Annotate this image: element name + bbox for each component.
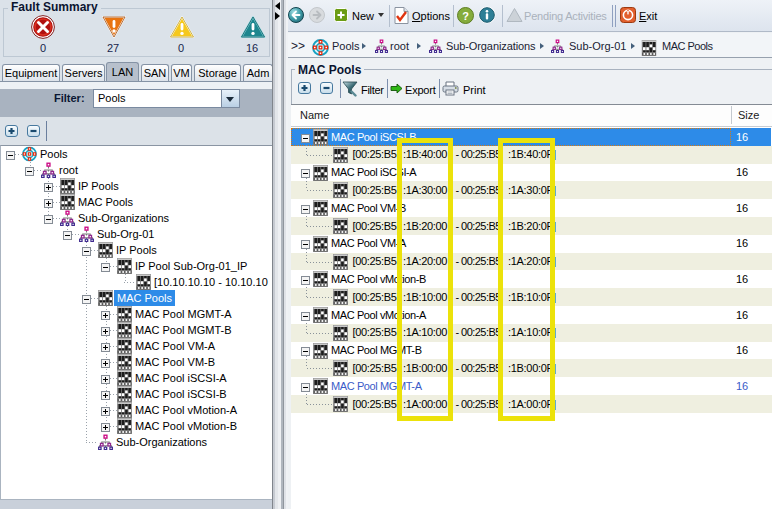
svg-text:?: ?: [462, 10, 469, 22]
